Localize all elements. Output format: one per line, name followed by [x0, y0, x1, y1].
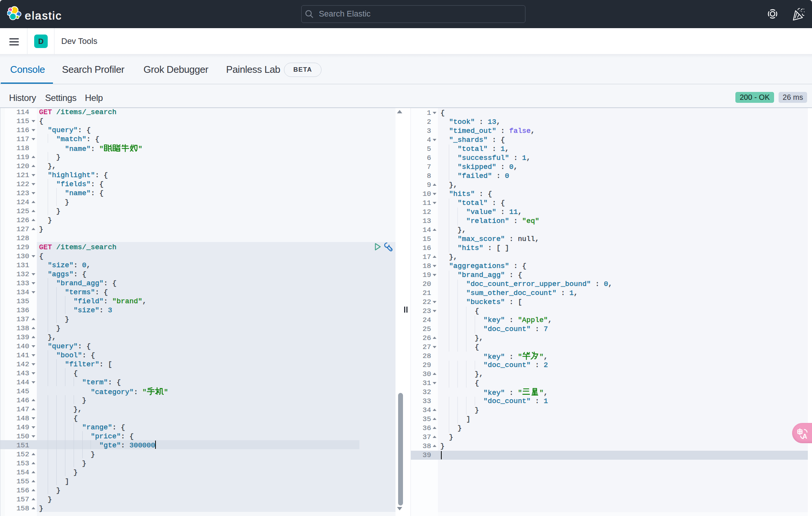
svg-text:A: A	[803, 433, 807, 439]
